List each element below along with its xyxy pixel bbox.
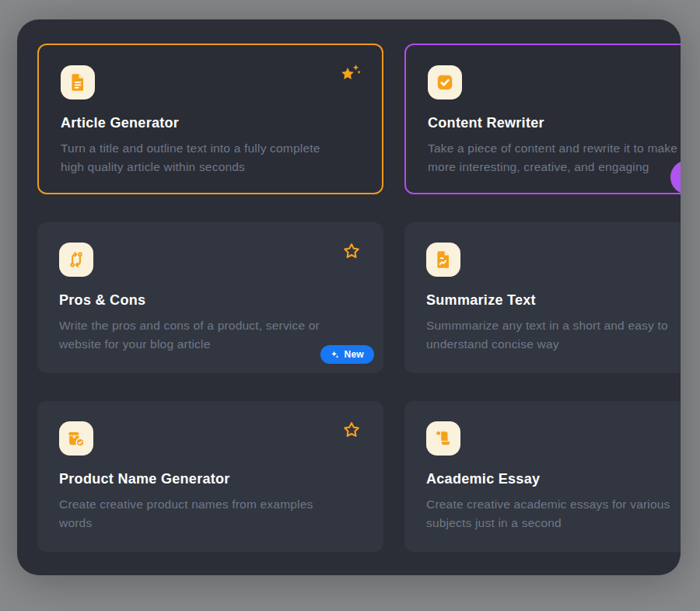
package-check-icon: [66, 428, 86, 449]
description-line: high quality article within seconds: [61, 158, 360, 176]
icon-tile: [61, 65, 95, 100]
favorite-star-button[interactable]: [338, 62, 362, 86]
icon-tile: [59, 421, 93, 456]
new-badge: New: [320, 345, 374, 364]
card-description: Create creative product names from examp…: [59, 495, 362, 532]
description-line: Turn a title and outline text into a ful…: [61, 139, 360, 158]
sparkle-icon: [331, 351, 339, 359]
favorite-star-button[interactable]: [340, 418, 363, 442]
tool-card-academic-essay[interactable]: Academic Essay Create creative academic …: [404, 401, 681, 552]
card-title: Summarize Text: [426, 292, 681, 309]
favorite-star-button[interactable]: [340, 239, 363, 263]
tool-card-product-name-generator[interactable]: Product Name Generator Create creative p…: [37, 401, 383, 552]
swap-arrows-icon: [66, 250, 86, 270]
article-document-icon: [68, 72, 88, 93]
card-title: Content Rewriter: [428, 115, 681, 131]
description-line: Create creative academic essays for vari…: [426, 495, 681, 514]
checkbox-icon: [435, 72, 455, 93]
tool-card-article-generator[interactable]: Article Generator Turn a title and outli…: [37, 44, 383, 194]
description-line: understand concise way: [426, 335, 681, 354]
description-line: Create creative product names from examp…: [59, 495, 362, 514]
icon-tile: [59, 243, 93, 277]
description-line: more interesting, creative, and engaging: [428, 158, 681, 176]
star-outline-icon: [341, 241, 362, 261]
description-line: words: [59, 514, 362, 532]
page-background: Article Generator Turn a title and outli…: [0, 0, 700, 611]
tool-card-pros-cons[interactable]: Pros & Cons Write the pros and cons of a…: [37, 222, 383, 373]
card-title: Product Name Generator: [59, 471, 362, 487]
card-title: Pros & Cons: [59, 292, 362, 309]
description-line: Write the pros and cons of a product, se…: [59, 316, 362, 335]
card-description: Create creative academic essays for vari…: [426, 495, 681, 532]
description-line: subjects just in a second: [426, 514, 681, 532]
card-description: Turn a title and outline text into a ful…: [61, 139, 360, 176]
card-title: Article Generator: [61, 115, 360, 131]
star-outline-icon: [341, 420, 362, 440]
tool-card-content-rewriter[interactable]: Content Rewriter Take a piece of content…: [404, 44, 681, 194]
tools-panel: Article Generator Turn a title and outli…: [17, 19, 681, 575]
star-filled-sparkle-icon: [338, 63, 362, 85]
tool-card-summarize-text[interactable]: Summarize Text Summmarize any text in a …: [404, 222, 681, 373]
tool-card-grid: Article Generator Turn a title and outli…: [37, 44, 681, 552]
card-description: Write the pros and cons of a product, se…: [59, 316, 362, 354]
card-description: Summmarize any text in a short and easy …: [426, 316, 681, 354]
description-line: Summmarize any text in a short and easy …: [426, 316, 681, 335]
card-description: Take a piece of content and rewrite it t…: [428, 139, 681, 176]
scroll-icon: [433, 428, 453, 449]
description-line: website for your blog article: [59, 335, 362, 354]
summary-document-icon: [433, 250, 453, 270]
icon-tile: [428, 65, 462, 100]
icon-tile: [426, 421, 460, 456]
card-title: Academic Essay: [426, 471, 681, 487]
icon-tile: [426, 243, 460, 277]
description-line: Take a piece of content and rewrite it t…: [428, 139, 681, 158]
new-badge-label: New: [344, 349, 364, 360]
